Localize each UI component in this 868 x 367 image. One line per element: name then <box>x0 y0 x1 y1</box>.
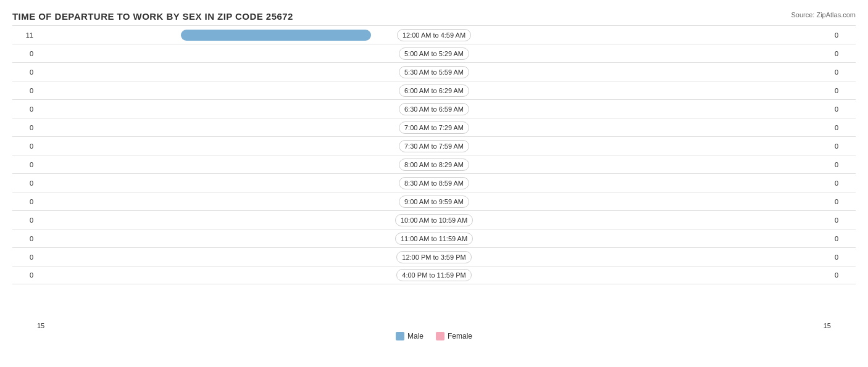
time-label: 9:00 AM to 9:59 AM <box>399 196 469 208</box>
legend-male-box <box>396 332 404 340</box>
time-label: 5:00 AM to 5:29 AM <box>399 47 469 60</box>
bar-section: 11:00 AM to 11:59 AM <box>37 229 831 247</box>
female-value: 0 <box>831 50 856 57</box>
bar-section: 8:00 AM to 8:29 AM <box>37 155 831 173</box>
axis-bottom: 15 15 <box>12 322 856 329</box>
bar-section: 10:00 AM to 10:59 AM <box>37 211 831 229</box>
male-value: 11 <box>12 31 37 39</box>
bar-section: 4:00 PM to 11:59 PM <box>37 266 831 284</box>
table-row: 0 6:00 AM to 6:29 AM 0 <box>12 81 856 99</box>
bars-wrapper: 10:00 AM to 10:59 AM <box>37 211 831 229</box>
male-value: 0 <box>12 198 37 205</box>
bars-wrapper: 8:00 AM to 8:29 AM <box>37 155 831 173</box>
chart-area: 11 12:00 AM to 4:59 AM 0 0 <box>12 25 856 320</box>
time-label: 11:00 AM to 11:59 AM <box>395 233 473 245</box>
male-value: 0 <box>12 271 37 279</box>
time-label: 10:00 AM to 10:59 AM <box>395 214 473 226</box>
female-value: 0 <box>831 216 856 224</box>
female-value: 0 <box>831 254 856 261</box>
table-row: 0 4:00 PM to 11:59 PM 0 <box>12 266 856 284</box>
male-value: 0 <box>12 124 37 131</box>
bars-wrapper: 4:00 PM to 11:59 PM <box>37 266 831 284</box>
axis-right-value: 15 <box>824 322 831 329</box>
label-center: 4:00 PM to 11:59 PM <box>372 269 496 281</box>
label-center: 12:00 PM to 3:59 PM <box>372 251 496 263</box>
chart-title: TIME OF DEPARTURE TO WORK BY SEX IN ZIP … <box>12 11 856 22</box>
label-center: 9:00 AM to 9:59 AM <box>372 196 496 208</box>
table-row: 0 5:00 AM to 5:29 AM 0 <box>12 44 856 62</box>
label-center: 10:00 AM to 10:59 AM <box>372 214 496 226</box>
legend-female: Female <box>436 332 472 340</box>
table-row: 11 12:00 AM to 4:59 AM 0 <box>12 25 856 44</box>
female-value: 0 <box>831 105 856 113</box>
source-text: Source: ZipAtlas.com <box>791 11 856 19</box>
bar-section: 5:30 AM to 5:59 AM <box>37 63 831 81</box>
chart-container: TIME OF DEPARTURE TO WORK BY SEX IN ZIP … <box>0 0 868 367</box>
male-value: 0 <box>12 216 37 224</box>
table-row: 0 8:00 AM to 8:29 AM 0 <box>12 155 856 173</box>
bars-wrapper: 8:30 AM to 8:59 AM <box>37 174 831 192</box>
bars-wrapper: 6:30 AM to 6:59 AM <box>37 100 831 118</box>
bars-wrapper: 5:00 AM to 5:29 AM <box>37 44 831 62</box>
table-row: 0 5:30 AM to 5:59 AM 0 <box>12 62 856 81</box>
bars-wrapper: 7:30 AM to 7:59 AM <box>37 137 831 155</box>
female-value: 0 <box>831 142 856 150</box>
bars-wrapper: 7:00 AM to 7:29 AM <box>37 118 831 136</box>
bars-wrapper: 12:00 PM to 3:59 PM <box>37 248 831 266</box>
male-bar <box>181 30 371 41</box>
label-center: 5:00 AM to 5:29 AM <box>372 47 496 60</box>
legend-female-label: Female <box>448 332 472 340</box>
male-value: 0 <box>12 179 37 187</box>
time-label: 8:00 AM to 8:29 AM <box>399 159 469 171</box>
bar-section: 6:00 AM to 6:29 AM <box>37 81 831 99</box>
table-row: 0 7:00 AM to 7:29 AM 0 <box>12 118 856 136</box>
table-row: 0 7:30 AM to 7:59 AM 0 <box>12 136 856 155</box>
female-value: 0 <box>831 235 856 242</box>
male-value: 0 <box>12 235 37 242</box>
time-label: 6:30 AM to 6:59 AM <box>399 103 469 115</box>
bar-section: 6:30 AM to 6:59 AM <box>37 100 831 118</box>
legend-female-box <box>436 332 444 340</box>
time-label: 4:00 PM to 11:59 PM <box>396 269 471 281</box>
female-value: 0 <box>831 198 856 205</box>
label-center: 11:00 AM to 11:59 AM <box>372 233 496 245</box>
table-row: 0 12:00 PM to 3:59 PM 0 <box>12 247 856 266</box>
male-value: 0 <box>12 161 37 168</box>
legend-male-label: Male <box>407 332 424 340</box>
label-center: 6:00 AM to 6:29 AM <box>372 85 496 97</box>
label-center: 12:00 AM to 4:59 AM <box>372 29 496 41</box>
label-center: 8:00 AM to 8:29 AM <box>372 159 496 171</box>
time-label: 12:00 AM to 4:59 AM <box>397 29 471 41</box>
axis-left-value: 15 <box>37 322 44 329</box>
bar-section: 7:00 AM to 7:29 AM <box>37 118 831 136</box>
bar-section: 12:00 PM to 3:59 PM <box>37 248 831 266</box>
label-center: 6:30 AM to 6:59 AM <box>372 103 496 115</box>
female-value: 0 <box>831 124 856 131</box>
female-value: 0 <box>831 68 856 76</box>
female-value: 0 <box>831 179 856 187</box>
female-value: 0 <box>831 271 856 279</box>
bars-wrapper: 6:00 AM to 6:29 AM <box>37 81 831 99</box>
bar-section: 12:00 AM to 4:59 AM <box>37 26 831 44</box>
time-label: 8:30 AM to 8:59 AM <box>399 177 469 189</box>
time-label: 7:00 AM to 7:29 AM <box>399 122 469 134</box>
table-row: 0 10:00 AM to 10:59 AM 0 <box>12 210 856 229</box>
legend-male: Male <box>396 332 424 340</box>
label-center: 5:30 AM to 5:59 AM <box>372 66 496 78</box>
bars-wrapper: 5:30 AM to 5:59 AM <box>37 63 831 81</box>
bar-section: 5:00 AM to 5:29 AM <box>37 44 831 62</box>
table-row: 0 9:00 AM to 9:59 AM 0 <box>12 192 856 210</box>
bars-wrapper: 11:00 AM to 11:59 AM <box>37 229 831 247</box>
female-value: 0 <box>831 87 856 94</box>
female-value: 0 <box>831 31 856 39</box>
time-label: 12:00 PM to 3:59 PM <box>396 251 471 263</box>
bars-wrapper: 12:00 AM to 4:59 AM <box>37 26 831 44</box>
male-value: 0 <box>12 142 37 150</box>
male-value: 0 <box>12 105 37 113</box>
table-row: 0 8:30 AM to 8:59 AM 0 <box>12 173 856 192</box>
bars-wrapper: 9:00 AM to 9:59 AM <box>37 192 831 210</box>
bar-section: 7:30 AM to 7:59 AM <box>37 137 831 155</box>
label-center: 8:30 AM to 8:59 AM <box>372 177 496 189</box>
male-bar-container <box>37 30 371 41</box>
table-row: 0 11:00 AM to 11:59 AM 0 <box>12 229 856 247</box>
